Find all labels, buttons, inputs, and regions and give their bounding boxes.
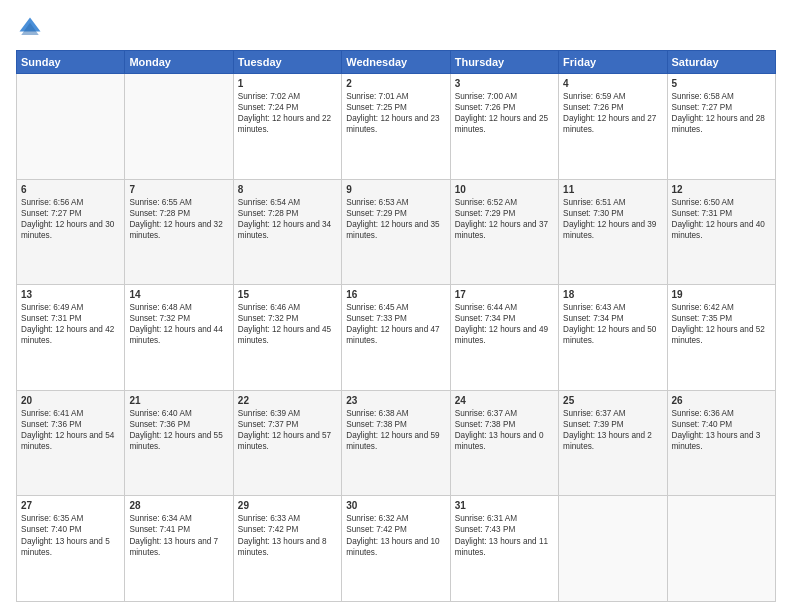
- day-number: 7: [129, 184, 228, 195]
- calendar-cell: 31Sunrise: 6:31 AM Sunset: 7:43 PM Dayli…: [450, 496, 558, 602]
- calendar-cell: 28Sunrise: 6:34 AM Sunset: 7:41 PM Dayli…: [125, 496, 233, 602]
- cell-info: Sunrise: 6:48 AM Sunset: 7:32 PM Dayligh…: [129, 302, 228, 346]
- header-row: SundayMondayTuesdayWednesdayThursdayFrid…: [17, 51, 776, 74]
- cell-info: Sunrise: 6:55 AM Sunset: 7:28 PM Dayligh…: [129, 197, 228, 241]
- cell-info: Sunrise: 6:45 AM Sunset: 7:33 PM Dayligh…: [346, 302, 445, 346]
- calendar-cell: 26Sunrise: 6:36 AM Sunset: 7:40 PM Dayli…: [667, 390, 775, 496]
- cell-info: Sunrise: 6:56 AM Sunset: 7:27 PM Dayligh…: [21, 197, 120, 241]
- page: SundayMondayTuesdayWednesdayThursdayFrid…: [0, 0, 792, 612]
- cell-info: Sunrise: 6:37 AM Sunset: 7:39 PM Dayligh…: [563, 408, 662, 452]
- cell-info: Sunrise: 6:40 AM Sunset: 7:36 PM Dayligh…: [129, 408, 228, 452]
- cell-info: Sunrise: 6:44 AM Sunset: 7:34 PM Dayligh…: [455, 302, 554, 346]
- cell-info: Sunrise: 6:41 AM Sunset: 7:36 PM Dayligh…: [21, 408, 120, 452]
- header-friday: Friday: [559, 51, 667, 74]
- calendar-cell: [667, 496, 775, 602]
- cell-info: Sunrise: 6:53 AM Sunset: 7:29 PM Dayligh…: [346, 197, 445, 241]
- header-thursday: Thursday: [450, 51, 558, 74]
- calendar-cell: 16Sunrise: 6:45 AM Sunset: 7:33 PM Dayli…: [342, 285, 450, 391]
- calendar-cell: [559, 496, 667, 602]
- calendar-cell: 9Sunrise: 6:53 AM Sunset: 7:29 PM Daylig…: [342, 179, 450, 285]
- calendar-cell: 5Sunrise: 6:58 AM Sunset: 7:27 PM Daylig…: [667, 74, 775, 180]
- day-number: 4: [563, 78, 662, 89]
- header-tuesday: Tuesday: [233, 51, 341, 74]
- day-number: 8: [238, 184, 337, 195]
- day-number: 23: [346, 395, 445, 406]
- cell-info: Sunrise: 6:52 AM Sunset: 7:29 PM Dayligh…: [455, 197, 554, 241]
- cell-info: Sunrise: 6:39 AM Sunset: 7:37 PM Dayligh…: [238, 408, 337, 452]
- day-number: 5: [672, 78, 771, 89]
- calendar-cell: 25Sunrise: 6:37 AM Sunset: 7:39 PM Dayli…: [559, 390, 667, 496]
- calendar-cell: 2Sunrise: 7:01 AM Sunset: 7:25 PM Daylig…: [342, 74, 450, 180]
- cell-info: Sunrise: 6:49 AM Sunset: 7:31 PM Dayligh…: [21, 302, 120, 346]
- cell-info: Sunrise: 7:00 AM Sunset: 7:26 PM Dayligh…: [455, 91, 554, 135]
- calendar-cell: 18Sunrise: 6:43 AM Sunset: 7:34 PM Dayli…: [559, 285, 667, 391]
- calendar-cell: 6Sunrise: 6:56 AM Sunset: 7:27 PM Daylig…: [17, 179, 125, 285]
- day-number: 26: [672, 395, 771, 406]
- cell-info: Sunrise: 6:42 AM Sunset: 7:35 PM Dayligh…: [672, 302, 771, 346]
- week-row-4: 27Sunrise: 6:35 AM Sunset: 7:40 PM Dayli…: [17, 496, 776, 602]
- day-number: 20: [21, 395, 120, 406]
- calendar-cell: 10Sunrise: 6:52 AM Sunset: 7:29 PM Dayli…: [450, 179, 558, 285]
- calendar-cell: 17Sunrise: 6:44 AM Sunset: 7:34 PM Dayli…: [450, 285, 558, 391]
- cell-info: Sunrise: 6:43 AM Sunset: 7:34 PM Dayligh…: [563, 302, 662, 346]
- week-row-2: 13Sunrise: 6:49 AM Sunset: 7:31 PM Dayli…: [17, 285, 776, 391]
- cell-info: Sunrise: 6:37 AM Sunset: 7:38 PM Dayligh…: [455, 408, 554, 452]
- cell-info: Sunrise: 6:34 AM Sunset: 7:41 PM Dayligh…: [129, 513, 228, 557]
- cell-info: Sunrise: 6:50 AM Sunset: 7:31 PM Dayligh…: [672, 197, 771, 241]
- cell-info: Sunrise: 6:35 AM Sunset: 7:40 PM Dayligh…: [21, 513, 120, 557]
- calendar-cell: [125, 74, 233, 180]
- day-number: 13: [21, 289, 120, 300]
- week-row-0: 1Sunrise: 7:02 AM Sunset: 7:24 PM Daylig…: [17, 74, 776, 180]
- calendar-cell: 29Sunrise: 6:33 AM Sunset: 7:42 PM Dayli…: [233, 496, 341, 602]
- calendar-cell: 19Sunrise: 6:42 AM Sunset: 7:35 PM Dayli…: [667, 285, 775, 391]
- cell-info: Sunrise: 6:36 AM Sunset: 7:40 PM Dayligh…: [672, 408, 771, 452]
- cell-info: Sunrise: 6:58 AM Sunset: 7:27 PM Dayligh…: [672, 91, 771, 135]
- calendar-cell: 12Sunrise: 6:50 AM Sunset: 7:31 PM Dayli…: [667, 179, 775, 285]
- calendar-cell: 8Sunrise: 6:54 AM Sunset: 7:28 PM Daylig…: [233, 179, 341, 285]
- day-number: 15: [238, 289, 337, 300]
- calendar-cell: 14Sunrise: 6:48 AM Sunset: 7:32 PM Dayli…: [125, 285, 233, 391]
- logo: [16, 14, 48, 42]
- week-row-1: 6Sunrise: 6:56 AM Sunset: 7:27 PM Daylig…: [17, 179, 776, 285]
- day-number: 27: [21, 500, 120, 511]
- cell-info: Sunrise: 7:01 AM Sunset: 7:25 PM Dayligh…: [346, 91, 445, 135]
- cell-info: Sunrise: 6:33 AM Sunset: 7:42 PM Dayligh…: [238, 513, 337, 557]
- cell-info: Sunrise: 6:59 AM Sunset: 7:26 PM Dayligh…: [563, 91, 662, 135]
- day-number: 28: [129, 500, 228, 511]
- calendar-cell: 3Sunrise: 7:00 AM Sunset: 7:26 PM Daylig…: [450, 74, 558, 180]
- calendar-table: SundayMondayTuesdayWednesdayThursdayFrid…: [16, 50, 776, 602]
- day-number: 30: [346, 500, 445, 511]
- calendar-cell: 11Sunrise: 6:51 AM Sunset: 7:30 PM Dayli…: [559, 179, 667, 285]
- day-number: 25: [563, 395, 662, 406]
- day-number: 17: [455, 289, 554, 300]
- day-number: 29: [238, 500, 337, 511]
- header-monday: Monday: [125, 51, 233, 74]
- cell-info: Sunrise: 6:54 AM Sunset: 7:28 PM Dayligh…: [238, 197, 337, 241]
- day-number: 31: [455, 500, 554, 511]
- day-number: 18: [563, 289, 662, 300]
- header-saturday: Saturday: [667, 51, 775, 74]
- day-number: 22: [238, 395, 337, 406]
- cell-info: Sunrise: 6:46 AM Sunset: 7:32 PM Dayligh…: [238, 302, 337, 346]
- calendar-cell: 24Sunrise: 6:37 AM Sunset: 7:38 PM Dayli…: [450, 390, 558, 496]
- cell-info: Sunrise: 6:31 AM Sunset: 7:43 PM Dayligh…: [455, 513, 554, 557]
- header-wednesday: Wednesday: [342, 51, 450, 74]
- day-number: 6: [21, 184, 120, 195]
- cell-info: Sunrise: 6:51 AM Sunset: 7:30 PM Dayligh…: [563, 197, 662, 241]
- cell-info: Sunrise: 6:32 AM Sunset: 7:42 PM Dayligh…: [346, 513, 445, 557]
- day-number: 21: [129, 395, 228, 406]
- calendar-cell: 4Sunrise: 6:59 AM Sunset: 7:26 PM Daylig…: [559, 74, 667, 180]
- calendar-cell: 27Sunrise: 6:35 AM Sunset: 7:40 PM Dayli…: [17, 496, 125, 602]
- header-sunday: Sunday: [17, 51, 125, 74]
- calendar-cell: 20Sunrise: 6:41 AM Sunset: 7:36 PM Dayli…: [17, 390, 125, 496]
- day-number: 14: [129, 289, 228, 300]
- day-number: 16: [346, 289, 445, 300]
- day-number: 10: [455, 184, 554, 195]
- calendar-cell: 22Sunrise: 6:39 AM Sunset: 7:37 PM Dayli…: [233, 390, 341, 496]
- header: [16, 14, 776, 42]
- calendar-cell: [17, 74, 125, 180]
- calendar-cell: 13Sunrise: 6:49 AM Sunset: 7:31 PM Dayli…: [17, 285, 125, 391]
- calendar-cell: 21Sunrise: 6:40 AM Sunset: 7:36 PM Dayli…: [125, 390, 233, 496]
- logo-icon: [16, 14, 44, 42]
- calendar-cell: 1Sunrise: 7:02 AM Sunset: 7:24 PM Daylig…: [233, 74, 341, 180]
